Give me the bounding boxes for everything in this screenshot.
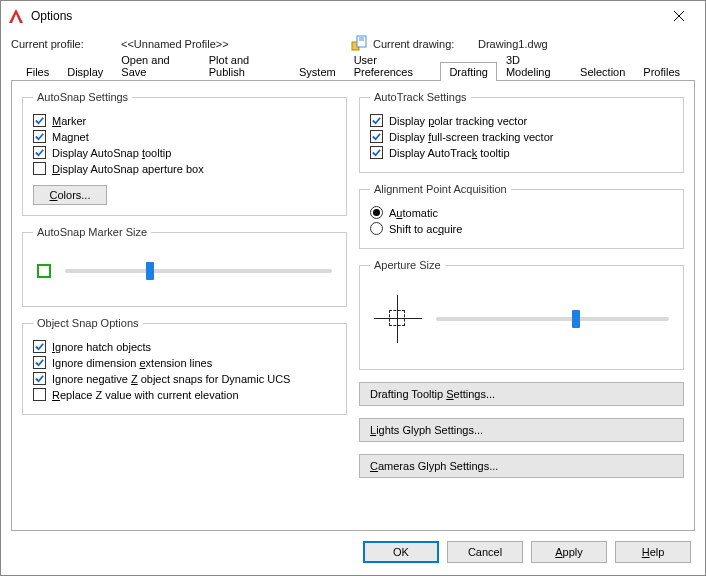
autosnap-tooltip-checkbox[interactable]	[33, 146, 46, 159]
tab-user-preferences[interactable]: User Preferences	[345, 50, 441, 81]
current-profile-label: Current profile:	[11, 38, 121, 50]
polar-tracking-label: Display polar tracking vector	[389, 115, 527, 127]
polar-tracking-checkbox[interactable]	[370, 114, 383, 127]
magnet-label: Magnet	[52, 131, 89, 143]
autosnap-marker-size-group: AutoSnap Marker Size	[22, 226, 347, 307]
tab-system[interactable]: System	[290, 62, 345, 81]
current-profile-value: <<Unnamed Profile>>	[121, 38, 351, 50]
close-button[interactable]	[659, 2, 699, 30]
window-title: Options	[31, 9, 72, 23]
autotrack-legend: AutoTrack Settings	[370, 91, 471, 103]
apply-button[interactable]: Apply	[531, 541, 607, 563]
ignore-hatch-label: Ignore hatch objects	[52, 341, 151, 353]
close-icon	[674, 11, 684, 21]
dialog-footer: OK Cancel Apply Help	[1, 531, 705, 575]
current-drawing-value: Drawing1.dwg	[478, 38, 548, 50]
help-button[interactable]: Help	[615, 541, 691, 563]
ignore-neg-z-label: Ignore negative Z object snaps for Dynam…	[52, 373, 290, 385]
fullscreen-tracking-label: Display full-screen tracking vector	[389, 131, 553, 143]
tab-3d-modeling[interactable]: 3D Modeling	[497, 50, 571, 81]
drafting-panel: AutoSnap Settings Marker Magnet Display …	[11, 81, 695, 531]
alignment-point-group: Alignment Point Acquisition Automatic Sh…	[359, 183, 684, 249]
right-column: AutoTrack Settings Display polar trackin…	[359, 91, 684, 524]
drafting-tooltip-settings-button[interactable]: Drafting Tooltip Settings...	[359, 382, 684, 406]
autosnap-settings-group: AutoSnap Settings Marker Magnet Display …	[22, 91, 347, 216]
marker-size-thumb[interactable]	[146, 262, 154, 280]
tab-display[interactable]: Display	[58, 62, 112, 81]
colors-button[interactable]: Colors...	[33, 185, 107, 205]
replace-z-label: Replace Z value with current elevation	[52, 389, 239, 401]
aperture-size-legend: Aperture Size	[370, 259, 445, 271]
tab-files[interactable]: Files	[17, 62, 58, 81]
tab-selection[interactable]: Selection	[571, 62, 634, 81]
object-snap-options-group: Object Snap Options Ignore hatch objects…	[22, 317, 347, 415]
marker-preview-icon	[37, 264, 51, 278]
settings-buttons-stack: Drafting Tooltip Settings... Lights Glyp…	[359, 382, 684, 478]
shift-acquire-label: Shift to acquire	[389, 223, 462, 235]
tabstrip: Files Display Open and Save Plot and Pub…	[11, 59, 695, 81]
aperture-box-label: Display AutoSnap aperture box	[52, 163, 204, 175]
tab-plot-and-publish[interactable]: Plot and Publish	[200, 50, 290, 81]
autosnap-legend: AutoSnap Settings	[33, 91, 132, 103]
replace-z-checkbox[interactable]	[33, 388, 46, 401]
aperture-size-group: Aperture Size	[359, 259, 684, 370]
automatic-radio[interactable]	[370, 206, 383, 219]
current-drawing-label: Current drawing:	[373, 38, 478, 50]
options-dialog: Options Current profile: <<Unnamed Profi…	[0, 0, 706, 576]
shift-acquire-radio[interactable]	[370, 222, 383, 235]
titlebar: Options	[1, 1, 705, 31]
tab-open-and-save[interactable]: Open and Save	[112, 50, 199, 81]
aperture-preview-icon	[374, 295, 422, 343]
marker-label: Marker	[52, 115, 86, 127]
autosnap-tooltip-label: Display AutoSnap tooltip	[52, 147, 171, 159]
ok-button[interactable]: OK	[363, 541, 439, 563]
object-snap-legend: Object Snap Options	[33, 317, 143, 329]
automatic-label: Automatic	[389, 207, 438, 219]
marker-size-slider[interactable]	[65, 262, 332, 280]
ignore-neg-z-checkbox[interactable]	[33, 372, 46, 385]
lights-glyph-settings-button[interactable]: Lights Glyph Settings...	[359, 418, 684, 442]
fullscreen-tracking-checkbox[interactable]	[370, 130, 383, 143]
autotrack-tooltip-checkbox[interactable]	[370, 146, 383, 159]
tab-drafting[interactable]: Drafting	[440, 62, 497, 81]
autotrack-tooltip-label: Display AutoTrack tooltip	[389, 147, 510, 159]
aperture-size-thumb[interactable]	[572, 310, 580, 328]
app-icon	[7, 7, 25, 25]
aperture-size-slider[interactable]	[436, 310, 669, 328]
alignment-legend: Alignment Point Acquisition	[370, 183, 511, 195]
ignore-dim-ext-label: Ignore dimension extension lines	[52, 357, 212, 369]
tab-profiles[interactable]: Profiles	[634, 62, 689, 81]
cancel-button[interactable]: Cancel	[447, 541, 523, 563]
cameras-glyph-settings-button[interactable]: Cameras Glyph Settings...	[359, 454, 684, 478]
marker-checkbox[interactable]	[33, 114, 46, 127]
left-column: AutoSnap Settings Marker Magnet Display …	[22, 91, 347, 524]
ignore-dim-ext-checkbox[interactable]	[33, 356, 46, 369]
magnet-checkbox[interactable]	[33, 130, 46, 143]
ignore-hatch-checkbox[interactable]	[33, 340, 46, 353]
autotrack-settings-group: AutoTrack Settings Display polar trackin…	[359, 91, 684, 173]
aperture-box-checkbox[interactable]	[33, 162, 46, 175]
marker-size-legend: AutoSnap Marker Size	[33, 226, 151, 238]
